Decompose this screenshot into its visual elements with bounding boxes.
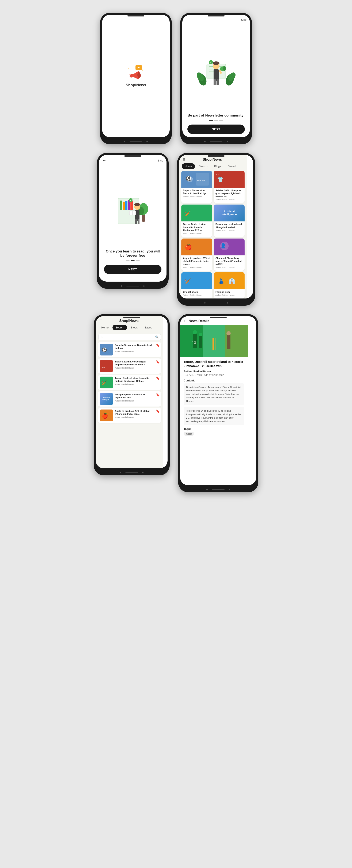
splash-icon-stack: ✦ ✦ ✦ xyxy=(127,65,145,80)
news-card-6[interactable]: 👤 Chanchal Chowdhury starrer 'Padatik' h… xyxy=(214,239,245,271)
onboard2-illustration: ✓ xyxy=(102,164,163,249)
bookmark-4[interactable]: 🔖 xyxy=(156,393,160,396)
skip-button[interactable]: Skip xyxy=(186,18,247,21)
tab-blogs[interactable]: Blogs xyxy=(211,163,224,169)
phone-bottom-bar xyxy=(94,470,170,475)
card-author-5: Author: Rakibul Hasan xyxy=(183,267,211,269)
bottom-dot-2 xyxy=(147,141,148,142)
news-card-8[interactable]: 👗 👔 Fashion item Author: Rakibul Hasan xyxy=(214,272,245,299)
list-author-5: Author: Rakibul Hasan xyxy=(115,416,154,418)
search-input[interactable]: S 🔍 xyxy=(98,334,161,340)
svg-text:🏏: 🏏 xyxy=(185,210,191,216)
card-title-5: Apple to produce 25% of global iPhones i… xyxy=(183,257,211,266)
search-bar: S 🔍 xyxy=(96,332,163,342)
card-body-6: Chanchal Chowdhury starrer 'Padatik' hea… xyxy=(214,255,245,270)
detail-body: Tector, Dockrell steer Ireland to histor… xyxy=(180,357,248,481)
svg-text:👤: 👤 xyxy=(220,243,226,249)
chanchal-img: 👤 xyxy=(214,239,245,255)
svg-text:🏏: 🏏 xyxy=(185,278,191,284)
detail-hero-image: 13 xyxy=(180,325,248,357)
list-item-4[interactable]: ArtificialIntelligen... Europe agrees la… xyxy=(98,391,161,407)
dot-3 xyxy=(219,120,223,121)
svg-text:⚽: ⚽ xyxy=(102,347,107,352)
phone-home: ☰ ShopiNews Home Search Blogs Saved xyxy=(177,153,255,306)
detail-back-button[interactable]: ← xyxy=(183,319,187,323)
tab-search[interactable]: Search xyxy=(196,163,211,169)
svg-text:👗: 👗 xyxy=(218,278,225,284)
tab-search[interactable]: Search xyxy=(113,324,127,330)
card-img-cricket: 🏏 xyxy=(181,272,212,289)
content-label: Content: xyxy=(184,379,244,382)
next-button[interactable]: NEXT xyxy=(104,265,161,274)
svg-text:🍎: 🍎 xyxy=(102,413,108,419)
list-title-1: Superb Girona stun Barca to lead La Liga xyxy=(115,344,154,350)
bottom-home-bar xyxy=(125,472,138,473)
onboard1-title: Be part of Newsletter community! xyxy=(187,113,245,118)
tags-label: Tags: xyxy=(184,427,244,430)
list-item-2[interactable]: 90+ Salah's 200th Liverpool goal inspire… xyxy=(98,359,161,374)
svg-rect-57 xyxy=(214,239,245,255)
card-img-apple: 🍎 xyxy=(181,239,212,255)
liverpool-img: 👕 90+ xyxy=(214,171,245,188)
news-card-5[interactable]: 🍎 Apple to produce 25% of global iPhones… xyxy=(181,239,212,271)
svg-rect-48 xyxy=(196,173,209,186)
onboard2-container: ← Skip xyxy=(99,155,166,277)
phone-bottom-bar xyxy=(97,284,169,289)
news-card-2[interactable]: 👕 90+ Salah's 200th Liverpool goal inspi… xyxy=(214,171,245,203)
tab-home[interactable]: Home xyxy=(98,324,111,330)
list-item-3[interactable]: 🏏 Tector, Dockrell steer Ireland to hist… xyxy=(98,375,161,390)
tab-blogs[interactable]: Blogs xyxy=(128,324,141,330)
bookmark-3[interactable]: 🔖 xyxy=(156,377,160,380)
list-item-1[interactable]: ⚽ Superb Girona stun Barca to lead La Li… xyxy=(98,342,161,357)
hero-svg: 13 xyxy=(180,325,248,357)
list-img-1: ⚽ xyxy=(100,344,113,355)
news-card-4[interactable]: ArtificialIntelligence Europe agrees lan… xyxy=(214,205,245,237)
bottom-home-bar xyxy=(126,286,139,286)
card-img-ireland: 🏏 xyxy=(181,205,212,221)
onboard2-text: Once you learn to read, you will be fore… xyxy=(102,249,163,274)
phone-search: ☰ ShopiNews Home Search Blogs Saved S 🔍 xyxy=(94,314,170,475)
news-card-7[interactable]: 🏏 Cricket photo Author: Rakibul Hasan xyxy=(181,272,212,299)
tab-saved[interactable]: Saved xyxy=(141,324,155,330)
article-date: Last Edited: 2023-12-11 17:32:36.000Z xyxy=(184,374,244,376)
list-author-3: Author: Rakibul Hasan xyxy=(115,383,154,385)
svg-point-20 xyxy=(213,61,220,65)
back-button[interactable]: ← xyxy=(102,158,106,163)
svg-rect-86 xyxy=(225,325,248,357)
skip-button[interactable]: Skip xyxy=(158,159,163,162)
next-button[interactable]: NEXT xyxy=(187,125,245,134)
app-title: ShopiNews xyxy=(186,157,239,162)
ireland-img: 🏏 xyxy=(181,205,212,221)
news-card-3[interactable]: 🏏 Tector, Dockrell steer Ireland to hist… xyxy=(181,205,212,237)
bottom-dot-2 xyxy=(227,302,228,304)
list-title-4: Europe agrees landmark AI regulation dea… xyxy=(115,393,154,399)
news-card-1[interactable]: ⚽ GIRONA Superb Girona stun Barca to lea… xyxy=(181,171,212,203)
splash-app-name: ShopiNews xyxy=(126,83,146,87)
phone-splash: ✦ ✦ ✦ ShopiNews xyxy=(100,13,172,144)
svg-rect-29 xyxy=(125,201,127,210)
splash-logo: ✦ ✦ ✦ ShopiNews xyxy=(126,65,146,87)
hamburger-icon[interactable]: ☰ xyxy=(99,319,102,323)
bookmark-2[interactable]: 🔖 xyxy=(156,360,160,364)
content-text-2: Tector scored 54 and Dockrell 49 as Irel… xyxy=(186,409,241,423)
soccer-img: ⚽ GIRONA xyxy=(181,171,212,188)
list-content-3: Tector, Dockrell steer Ireland to histor… xyxy=(115,377,154,385)
apple-img: 🍎 xyxy=(181,239,212,255)
bookmark-5[interactable]: 🔖 xyxy=(156,409,160,413)
bookmark-1[interactable]: 🔖 xyxy=(156,344,160,347)
list-item-5[interactable]: 🍎 Apple to produce 25% of global iPhones… xyxy=(98,408,161,423)
list-content-4: Europe agrees landmark AI regulation dea… xyxy=(115,393,154,402)
tab-saved[interactable]: Saved xyxy=(225,163,238,169)
svg-text:✓: ✓ xyxy=(130,199,131,202)
onboard1-container: Skip xyxy=(182,15,250,137)
bottom-dot-2 xyxy=(229,489,230,490)
hamburger-icon[interactable]: ☰ xyxy=(183,158,186,162)
card-body-3: Tector, Dockrell steer Ireland to histor… xyxy=(181,221,212,236)
tab-home[interactable]: Home xyxy=(182,163,195,169)
list-content-1: Superb Girona stun Barca to lead La Liga… xyxy=(115,344,154,352)
dot-3 xyxy=(136,260,140,261)
tag-media[interactable]: media xyxy=(184,432,194,436)
phone-bottom-bar xyxy=(178,487,258,492)
card-author-4: Author: Rakibul Hasan xyxy=(216,229,243,231)
card-author-3: Author: Rakibul Hasan xyxy=(183,232,211,235)
